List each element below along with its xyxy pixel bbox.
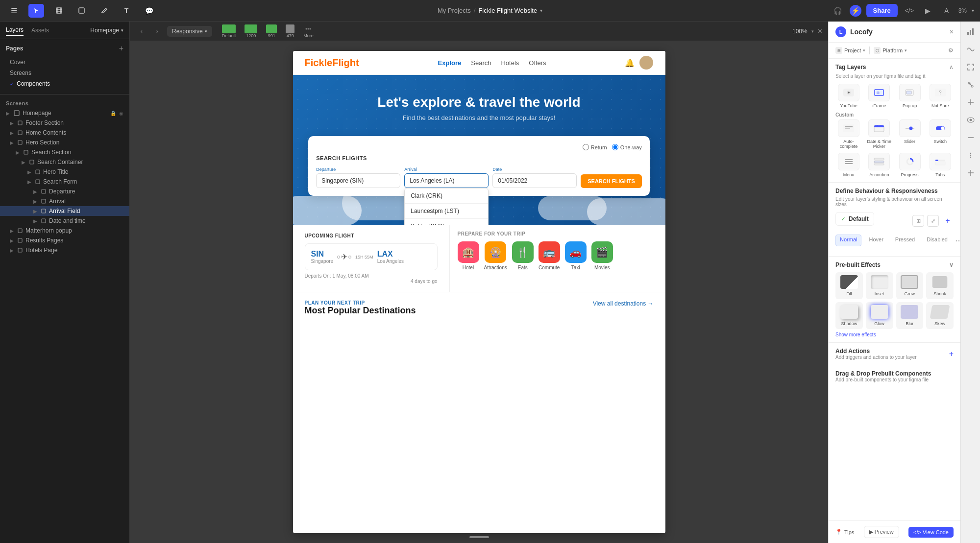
share-button[interactable]: Share	[866, 4, 898, 17]
settings-icon[interactable]: ⚙	[948, 47, 954, 54]
layer-search-container[interactable]: ▶ Search Container	[0, 157, 129, 167]
add-action-button[interactable]: +	[949, 350, 954, 358]
toggle-arrival[interactable]: ▶	[33, 199, 39, 204]
component-slider[interactable]: Slider	[897, 119, 923, 149]
toggle-departure[interactable]: ▶	[33, 189, 39, 194]
resize-icon[interactable]	[964, 78, 977, 91]
play-icon[interactable]: ▶	[921, 4, 935, 18]
shape-tool[interactable]	[74, 4, 89, 18]
eye-icon[interactable]	[964, 114, 977, 126]
arrival-input[interactable]	[404, 173, 489, 188]
component-menu[interactable]: Menu	[835, 153, 862, 177]
headphone-icon[interactable]: 🎧	[831, 4, 845, 18]
nav-explore[interactable]: Explore	[438, 59, 462, 67]
effect-grow[interactable]: Grow	[896, 272, 924, 299]
state-pressed[interactable]: Pressed	[891, 235, 919, 246]
canvas-zoom-chevron[interactable]: ▾	[811, 29, 814, 34]
component-datetimepicker[interactable]: Date & Time Picker	[866, 119, 892, 149]
toggle-search-section[interactable]: ▶	[16, 150, 22, 155]
nav-hotels[interactable]: Hotels	[501, 59, 519, 67]
toggle-home-contents[interactable]: ▶	[10, 130, 16, 136]
nav-search[interactable]: Search	[471, 59, 491, 67]
radio-return[interactable]: Return	[583, 144, 607, 150]
dropdown-item-lst[interactable]: Launcestpm (LST)	[405, 204, 488, 219]
layer-arrival-field[interactable]: ▶ Arrival Field	[0, 206, 129, 216]
add-strip-btn[interactable]	[964, 96, 977, 109]
effect-skew[interactable]: Skew	[926, 302, 954, 329]
tab-layers[interactable]: Layers	[6, 24, 24, 36]
page-item-screens[interactable]: Screens	[6, 68, 123, 78]
chart-icon[interactable]	[964, 25, 977, 38]
category-commute[interactable]: 🚌 Commute	[539, 241, 560, 270]
canvas-forward-btn[interactable]: ›	[151, 25, 163, 37]
component-tabs[interactable]: Tabs	[927, 153, 954, 177]
layer-results-pages[interactable]: ▶ Results Pages	[0, 236, 129, 245]
layer-departure[interactable]: ▶ Departure	[0, 187, 129, 196]
effects-collapse[interactable]: ∨	[949, 261, 954, 268]
toggle-hero[interactable]: ▶	[10, 140, 16, 145]
breakpoint-991[interactable]: 991	[262, 24, 281, 39]
radio-oneway[interactable]: One-way	[612, 144, 642, 150]
zoom-dropdown[interactable]: ▾	[972, 8, 974, 13]
toggle-footer[interactable]: ▶	[10, 120, 16, 126]
layer-footer-section[interactable]: ▶ Footer Section	[0, 118, 129, 128]
expand-btn[interactable]: ⤢	[927, 215, 939, 227]
layer-search-form[interactable]: ▶ Search Form	[0, 177, 129, 187]
radio-return-input[interactable]	[583, 144, 589, 150]
effect-shrink[interactable]: Shrink	[926, 272, 954, 299]
tab-assets[interactable]: Assets	[31, 25, 49, 36]
breakpoint-more[interactable]: More	[299, 24, 318, 39]
code-icon[interactable]: </>	[903, 4, 916, 18]
grid-layout-btn[interactable]: ⊞	[912, 215, 924, 227]
state-disabled[interactable]: Disabled	[922, 235, 952, 246]
select-tool[interactable]	[28, 4, 44, 18]
component-popup[interactable]: Pop-up	[897, 84, 923, 108]
text-tool[interactable]: T	[119, 4, 134, 18]
component-accordion[interactable]: Accordion	[866, 153, 892, 177]
category-eats[interactable]: 🍴 Eats	[512, 241, 534, 270]
effect-fill[interactable]: Fill	[835, 272, 863, 299]
page-item-cover[interactable]: Cover	[6, 57, 123, 68]
comment-tool[interactable]: 💬	[141, 4, 157, 18]
project-chevron[interactable]: ▾	[863, 48, 865, 53]
add-behaviour-btn[interactable]: +	[942, 215, 954, 227]
show-more-effects[interactable]: Show more effects	[835, 332, 954, 337]
platform-chevron[interactable]: ▾	[905, 48, 907, 53]
date-input[interactable]	[492, 173, 577, 188]
effect-blur[interactable]: Blur	[896, 302, 924, 329]
state-normal[interactable]: Normal	[835, 235, 861, 246]
layer-hotels-page[interactable]: ▶ Hotels Page	[0, 245, 129, 255]
lightning-icon[interactable]: ⚡	[850, 5, 861, 17]
dropdown-item-crk[interactable]: Clark (CRK)	[405, 189, 488, 204]
breakpoint-479[interactable]: 479	[282, 24, 298, 39]
right-panel-close-btn[interactable]: ×	[950, 28, 954, 36]
effect-shadow[interactable]: Shadow	[835, 302, 863, 329]
category-movies[interactable]: 🎬 Movies	[591, 241, 613, 270]
toggle-matterhorn[interactable]: ▶	[10, 228, 16, 234]
responsive-selector[interactable]: Responsive ▾	[167, 26, 212, 37]
layer-hero-section[interactable]: ▶ Hero Section	[0, 138, 129, 147]
preview-button[interactable]: ▶ Preview	[864, 526, 899, 538]
toggle-arrival-field[interactable]: ▶	[33, 209, 39, 214]
minus-strip-btn[interactable]	[964, 131, 977, 144]
departure-input[interactable]	[316, 173, 400, 188]
layer-arrival[interactable]: ▶ Arrival	[0, 196, 129, 206]
component-youtube[interactable]: YouTube	[835, 84, 862, 108]
toggle-hero-title[interactable]: ▶	[27, 169, 33, 175]
canvas-back-btn[interactable]: ‹	[136, 25, 147, 37]
category-attractions[interactable]: 🎡 Attractions	[484, 241, 507, 270]
project-name[interactable]: Fickle Flight Website	[478, 7, 537, 14]
toggle-hotels[interactable]: ▶	[10, 248, 16, 253]
view-all-link[interactable]: View all destinations →	[593, 300, 654, 307]
layer-date-time[interactable]: ▶ Date and time	[0, 216, 129, 226]
tips-button[interactable]: 📍 Tips	[835, 529, 854, 535]
breakpoint-1200[interactable]: 1200	[241, 24, 261, 39]
more-strip-btn[interactable]	[964, 149, 977, 162]
frame-tool[interactable]	[51, 4, 67, 18]
layer-hero-title[interactable]: ▶ Hero Title	[0, 167, 129, 177]
layer-matterhorn[interactable]: ▶ Matterhorn popup	[0, 226, 129, 236]
radio-oneway-input[interactable]	[612, 144, 618, 150]
toggle-results[interactable]: ▶	[10, 238, 16, 243]
project-dropdown-icon[interactable]: ▾	[540, 8, 542, 13]
search-flights-button[interactable]: SEARCH FLIGHTS	[581, 174, 642, 188]
